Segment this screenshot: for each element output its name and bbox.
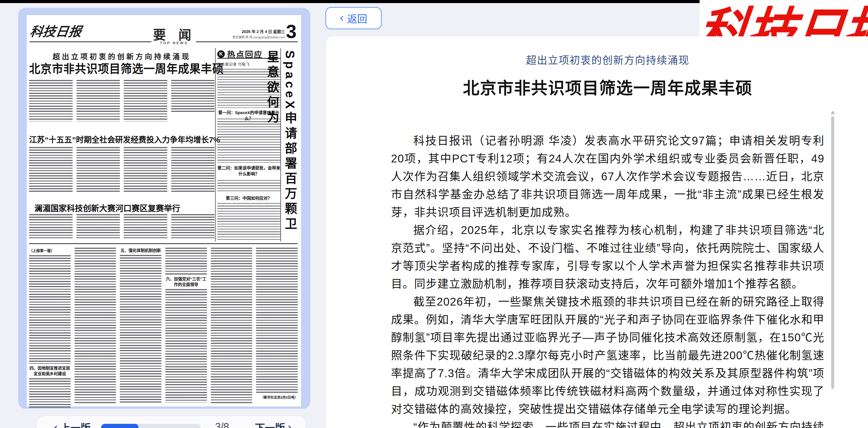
simulated-text-block [124,214,167,238]
story2-text-columns [29,147,215,192]
header-rule-right [196,41,298,42]
simulated-text-block [256,248,298,393]
simulated-text-block [29,214,72,238]
article-body: 科技日报讯（记者孙明源 华凌）发表高水平研究论文97篇；申请相关发明专利20项，… [391,132,825,428]
newspaper-page-number: 3 [286,22,297,41]
simulated-text-block [171,214,215,238]
hotspot-byline: ◎本报记者 付毅飞 [217,61,250,66]
page-navigation-bar: ‹ 上一版 3/8 下一版 › [36,416,306,428]
article-kicker: 超出立项初衷的创新方向持续涌现 [391,52,825,67]
policy-column: （上接第一版） 四、因地制宜推进宜居宜业和美乡村建设 [29,248,71,408]
simulated-text-block [76,214,120,238]
scrollbar-thumb[interactable] [831,116,834,389]
page-indicator: 3/8 [215,421,229,428]
simulated-text-block [124,80,167,121]
simulated-text-block [217,203,280,240]
article-paragraph: “作为颠覆性的科学探索，一些项目在实施过程中，超出立项初衷的创新方向持续涌现，形… [391,418,825,428]
policy-section4-header: 四、因地制宜推进宜居宜业和美乡村建设 [29,365,71,376]
policy-column: 五、强化体制机制创新 [120,248,161,408]
policy-column: （新华社北京2月3日电） [256,248,298,408]
simulated-text-block [165,248,207,275]
header-rule-left [30,41,151,42]
policy-section5-header: 五、强化体制机制创新 [120,248,161,253]
next-page-label: 下一版 [255,420,285,428]
prev-page-label: 上一版 [60,420,91,428]
newspaper-section-subtitle: TOP NEWS [153,41,195,45]
column-divider [215,48,216,241]
simulated-text-block [124,147,167,192]
simulated-text-block [171,147,215,192]
newspaper-masthead: 科技日报 [29,21,83,40]
simulated-text-block [76,80,120,121]
simulated-text-block [165,289,207,403]
prev-page-button[interactable]: ‹ 上一版 [54,420,91,428]
hotspot-k-icon: K [217,50,225,58]
story1-headline: 北京市非共识项目筛选一周年成果丰硕 [29,60,215,77]
simulated-text-block [29,147,72,192]
newspaper-editor-line: 责任编辑 杨 扬 yangyang@stdaily.com [167,35,285,39]
policy-credit: （新华社北京2月3日电） [256,395,298,399]
simulated-text-block [29,80,72,121]
back-chevron-icon: ‹ [340,12,343,23]
story1-text-columns [29,80,215,121]
article-paragraph: 截至2026年初，一些聚焦关键技术瓶颈的非共识项目已经在新的研究路径上取得成果。… [391,293,825,418]
simulated-text-block [76,147,120,192]
chevron-left-icon: ‹ [54,421,58,428]
simulated-text-block [74,248,116,403]
policy-column: 六、加强党对“三农”工作的全面领导 [165,248,207,408]
policy-column [211,248,252,408]
policy-column [74,248,116,408]
next-page-button[interactable]: 下一版 › [255,420,291,428]
simulated-text-block [120,255,161,403]
story3-headline: 澜湄国家科技创新大赛河口赛区复赛举行 [29,202,185,213]
hotspot-question-2: 第二问：如果该申请获批，会带来什么影响？ [216,165,281,177]
policy-section6-header: 六、加强党对“三农”工作的全面领导 [165,276,207,287]
simulated-text-block [29,378,71,408]
article-paragraph: 科技日报讯（记者孙明源 华凌）发表高水平研究论文97篇；申请相关发明专利20项，… [391,132,825,221]
simulated-text-block [29,255,71,364]
back-button-label: 返回 [347,11,367,25]
back-button[interactable]: ‹ 返回 [326,7,382,29]
page-progress-bar[interactable] [101,424,200,428]
newspaper-section-title: 要 闻 [153,25,196,43]
article-panel: 超出立项初衷的创新方向持续涌现 北京市非共识项目筛选一周年成果丰硕 科技日报讯（… [326,36,868,428]
chevron-right-icon: › [288,421,291,428]
window-top-bar [0,0,700,3]
section-divider-rule [29,243,298,244]
policy-text-columns: （上接第一版） 四、因地制宜推进宜居宜业和美乡村建设 五、强化体制机制创新 六、… [29,248,298,408]
simulated-text-block [217,180,280,193]
policy-continued-mark: （上接第一版） [29,248,71,253]
hotspot-question-3: 第三问：中国如何应对？ [216,195,281,201]
story2-headline: 江苏“十五五”时期全社会研发经费投入力争年均增长7% [29,134,210,145]
newspaper-page-image[interactable]: 科技日报 要 闻 TOP NEWS 2026 年 2 月 4 日 星期三 责任编… [27,15,301,406]
simulated-text-block [211,248,252,403]
story3-text-columns [29,214,215,238]
newspaper-card: 科技日报 要 闻 TOP NEWS 2026 年 2 月 4 日 星期三 责任编… [18,8,310,409]
page-progress-fill [101,424,138,428]
article-paragraph: 据介绍，2025年，北京以专家实名推荐为核心机制，构建了非共识项目筛选“北京范式… [391,221,825,293]
spacex-vertical-headline: SpaceX申请部署百万颗卫星意欲何为 [283,50,299,243]
article-title: 北京市非共识项目筛选一周年成果丰硕 [391,75,825,99]
scrollbar-up-arrow-icon[interactable] [831,111,835,114]
simulated-text-block [171,80,215,114]
newspaper-date: 2026 年 2 月 4 日 星期三 [190,29,285,34]
